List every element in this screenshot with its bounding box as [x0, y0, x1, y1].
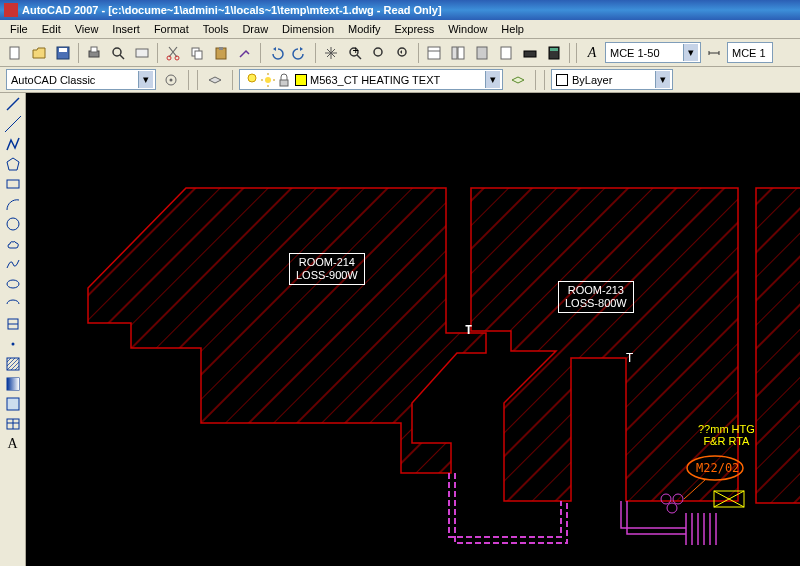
paste-button[interactable]	[210, 42, 232, 64]
separator	[232, 70, 233, 90]
zoom-window-button[interactable]	[368, 42, 390, 64]
print-button[interactable]	[83, 42, 105, 64]
workspace-settings-button[interactable]	[160, 69, 182, 91]
svg-rect-50	[7, 398, 19, 410]
scale2-value: MCE 1	[732, 47, 766, 59]
menu-bar: File Edit View Insert Format Tools Draw …	[0, 20, 800, 39]
arc-tool[interactable]	[2, 195, 24, 213]
circle-tool[interactable]	[2, 215, 24, 233]
svg-rect-23	[477, 47, 487, 59]
pan-button[interactable]	[320, 42, 342, 64]
scale2-dropdown[interactable]: MCE 1	[727, 42, 773, 63]
publish-button[interactable]	[131, 42, 153, 64]
layer-iso-button[interactable]	[507, 69, 529, 91]
svg-rect-24	[501, 47, 511, 59]
polygon-tool[interactable]	[2, 155, 24, 173]
menu-express[interactable]: Express	[388, 21, 440, 37]
line-tool[interactable]	[2, 95, 24, 113]
sun-icon	[260, 72, 276, 88]
redo-button[interactable]	[289, 42, 311, 64]
svg-rect-11	[195, 51, 202, 59]
design-center-button[interactable]	[447, 42, 469, 64]
menu-file[interactable]: File	[4, 21, 34, 37]
color-swatch	[556, 74, 568, 86]
sheet-set-button[interactable]	[495, 42, 517, 64]
t-marker-1: T	[465, 323, 472, 337]
match-button[interactable]	[234, 42, 256, 64]
tool-palette-button[interactable]	[471, 42, 493, 64]
svg-point-46	[11, 343, 14, 346]
separator	[260, 43, 261, 63]
layer-color-swatch	[295, 74, 307, 86]
menu-help[interactable]: Help	[495, 21, 530, 37]
svg-rect-41	[7, 180, 19, 188]
scale-dropdown[interactable]: MCE 1-50 ▾	[605, 42, 701, 63]
svg-rect-2	[59, 48, 67, 52]
svg-point-42	[7, 218, 19, 230]
block-tool[interactable]	[2, 315, 24, 333]
spline-tool[interactable]	[2, 255, 24, 273]
text-style-button[interactable]: A	[581, 42, 603, 64]
table-tool[interactable]	[2, 415, 24, 433]
svg-point-5	[113, 48, 121, 56]
svg-rect-22	[458, 47, 464, 59]
pline-tool[interactable]	[2, 135, 24, 153]
ellipse-tool[interactable]	[2, 275, 24, 293]
menu-modify[interactable]: Modify	[342, 21, 386, 37]
room-label-213: ROOM-213 LOSS-800W	[558, 281, 634, 313]
yellow-annotation: ??mm HTG F&R RTA	[698, 423, 755, 447]
calc-button[interactable]	[543, 42, 565, 64]
zoom-realtime-button[interactable]: +	[344, 42, 366, 64]
color-dropdown[interactable]: ByLayer ▾	[551, 69, 673, 90]
window-title: AutoCAD 2007 - [c:\docume~1\admini~1\loc…	[22, 4, 442, 16]
layer-dropdown[interactable]: M563_CT HEATING TEXT ▾	[239, 69, 503, 90]
drawing-canvas[interactable]: ROOM-214 LOSS-900W ROOM-213 LOSS-800W T …	[26, 93, 800, 566]
svg-point-43	[7, 280, 19, 288]
open-button[interactable]	[28, 42, 50, 64]
cut-button[interactable]	[162, 42, 184, 64]
ellipse-arc-tool[interactable]	[2, 295, 24, 313]
revcloud-tool[interactable]	[2, 235, 24, 253]
lightbulb-icon	[244, 72, 260, 88]
menu-insert[interactable]: Insert	[106, 21, 146, 37]
svg-line-38	[7, 98, 19, 110]
properties-button[interactable]	[423, 42, 445, 64]
menu-tools[interactable]: Tools	[197, 21, 235, 37]
zoom-prev-button[interactable]	[392, 42, 414, 64]
markup-button[interactable]	[519, 42, 541, 64]
undo-button[interactable]	[265, 42, 287, 64]
hatch-tool[interactable]	[2, 355, 24, 373]
menu-dimension[interactable]: Dimension	[276, 21, 340, 37]
menu-draw[interactable]: Draw	[236, 21, 274, 37]
layer-name: M563_CT HEATING TEXT	[310, 74, 440, 86]
workspace-toolbar: AutoCAD Classic ▾ M563_CT HEATING TEXT ▾…	[0, 67, 800, 93]
preview-button[interactable]	[107, 42, 129, 64]
point-tool[interactable]	[2, 335, 24, 353]
separator	[576, 43, 577, 63]
menu-view[interactable]: View	[69, 21, 105, 37]
xline-tool[interactable]	[2, 115, 24, 133]
menu-window[interactable]: Window	[442, 21, 493, 37]
room-label-214: ROOM-214 LOSS-900W	[289, 253, 365, 285]
text-tool[interactable]: A	[2, 435, 24, 453]
menu-edit[interactable]: Edit	[36, 21, 67, 37]
svg-marker-40	[7, 158, 19, 170]
dim-style-button[interactable]	[703, 42, 725, 64]
draw-toolbar: A	[0, 93, 26, 566]
svg-rect-4	[91, 47, 97, 52]
workspace-value: AutoCAD Classic	[11, 74, 95, 86]
svg-line-6	[120, 55, 124, 59]
rect-tool[interactable]	[2, 175, 24, 193]
workspace-dropdown[interactable]: AutoCAD Classic ▾	[6, 69, 156, 90]
copy-button[interactable]	[186, 42, 208, 64]
separator	[418, 43, 419, 63]
separator	[78, 43, 79, 63]
region-tool[interactable]	[2, 395, 24, 413]
t-marker-2: T	[626, 351, 633, 365]
gradient-tool[interactable]	[2, 375, 24, 393]
menu-format[interactable]: Format	[148, 21, 195, 37]
layer-props-button[interactable]	[204, 69, 226, 91]
new-button[interactable]	[4, 42, 26, 64]
separator	[188, 70, 189, 90]
save-button[interactable]	[52, 42, 74, 64]
